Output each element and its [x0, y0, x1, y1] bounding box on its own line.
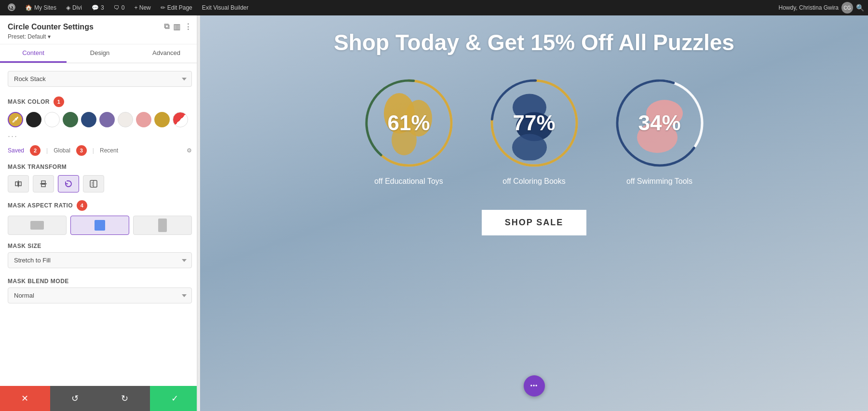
edit-page-button[interactable]: ✏ Edit Page [157, 0, 196, 15]
page-preview: Shop Today & Get 15% Off All Puzzles [200, 15, 868, 411]
panel-footer: ✕ ↺ ↻ ✓ [0, 386, 200, 411]
mask-transform-label: Mask Transform [8, 164, 67, 170]
mask-blend-dropdown[interactable]: NormalMultiplyScreenOverlay [8, 288, 192, 303]
panel-header: Circle Counter Settings ⧉ ▥ ⋮ Preset: De… [0, 15, 200, 44]
saved-badge: 2 [30, 145, 41, 156]
circle-percent-1: 61% [387, 111, 430, 135]
pending-count: 0 [122, 4, 125, 11]
panel-title-icons: ⧉ ▥ ⋮ [164, 22, 192, 31]
mirror-button[interactable] [83, 175, 104, 192]
my-sites-menu[interactable]: 🏠 My Sites [21, 0, 60, 15]
wp-icon [8, 3, 15, 13]
flip-v-button[interactable] [33, 175, 54, 192]
undo-button[interactable]: ↺ [50, 386, 100, 411]
color-swatch-navy[interactable] [81, 112, 96, 127]
aspect-tall-button[interactable] [133, 216, 192, 235]
cancel-icon: ✕ [21, 393, 28, 404]
search-icon[interactable]: 🔍 [856, 4, 864, 12]
mask-size-section: Mask Size [8, 243, 192, 249]
divi-menu[interactable]: ◈ Divi [62, 0, 86, 15]
cancel-button[interactable]: ✕ [0, 386, 50, 411]
divi-float-button[interactable]: ••• [524, 375, 545, 397]
preset-text: Preset: Default [8, 33, 46, 40]
circle-label-3: off Swimming Tools [626, 177, 692, 186]
howdy-text: Howdy, Christina Gwira [779, 4, 839, 11]
aspect-wide-button[interactable] [8, 216, 67, 235]
undo-icon: ↺ [71, 393, 79, 404]
comment-count: 3 [101, 4, 104, 11]
mask-size-dropdown[interactable]: Stretch to FillFitCustom [8, 252, 192, 268]
color-swatch-pink[interactable] [136, 112, 151, 127]
mask-blend-section: Mask Blend Mode [8, 278, 192, 285]
redo-icon: ↻ [121, 393, 128, 404]
color-settings-icon[interactable]: ⚙ [187, 147, 192, 154]
redo-button[interactable]: ↻ [100, 386, 150, 411]
divi-icon: ◈ [66, 4, 70, 11]
swatch-more-dots[interactable]: ··· [8, 131, 192, 141]
aspect-square-button[interactable] [70, 216, 129, 235]
flip-h-button[interactable] [8, 175, 29, 192]
user-menu[interactable]: Howdy, Christina Gwira CG 🔍 [779, 2, 864, 14]
panel-tabs: Content Design Advanced [0, 44, 200, 63]
color-swatch-green[interactable] [63, 112, 78, 127]
mask-aspect-badge: 4 [77, 200, 87, 211]
aspect-row [8, 216, 192, 235]
my-sites-label: My Sites [34, 4, 56, 11]
color-swatch-purple[interactable] [99, 112, 115, 127]
resize-handle[interactable] [197, 15, 200, 411]
new-label: + New [134, 4, 150, 11]
confirm-button[interactable]: ✓ [150, 386, 200, 411]
mask-color-badge: 1 [54, 96, 64, 107]
rotate-left-button[interactable] [58, 175, 79, 192]
color-tab-recent[interactable]: Recent [100, 147, 118, 154]
circle-container-2: 77% [486, 75, 583, 171]
mask-color-label: Mask Color [8, 98, 50, 105]
color-swatch-cream[interactable] [118, 112, 133, 127]
color-swatches [8, 112, 192, 127]
color-swatch-red[interactable] [173, 112, 188, 127]
mask-size-label: Mask Size [8, 243, 41, 249]
mask-color-section: Mask Color 1 [8, 96, 192, 107]
window-expand-icon[interactable]: ⧉ [164, 22, 169, 31]
divi-label: Divi [72, 4, 82, 11]
color-swatch-eyedropper[interactable] [8, 112, 23, 127]
global-badge: 3 [76, 145, 87, 156]
more-icon[interactable]: ⋮ [184, 22, 192, 31]
tab-content[interactable]: Content [0, 44, 67, 63]
divi-dots-icon: ••• [530, 383, 538, 389]
circle-label-1: off Educational Toys [374, 177, 443, 186]
bubble-icon: 💬 [92, 4, 99, 11]
mask-aspect-section: Mask Aspect Ratio 4 [8, 200, 192, 211]
wide-rect [30, 221, 44, 230]
color-tab-saved[interactable]: Saved [8, 147, 24, 154]
circle-percent-2: 77% [513, 111, 555, 135]
color-tab-global[interactable]: Global [54, 147, 70, 154]
circle-label-2: off Coloring Books [502, 177, 565, 186]
exit-builder-button[interactable]: Exit Visual Builder [198, 0, 253, 15]
pending-comments[interactable]: 🗨 0 [110, 0, 129, 15]
column-icon[interactable]: ▥ [173, 22, 180, 31]
tab-design[interactable]: Design [67, 44, 133, 63]
panel-title-text: Circle Counter Settings [8, 23, 94, 31]
pending-icon: 🗨 [114, 4, 120, 11]
wp-logo[interactable] [4, 0, 19, 15]
comments-menu[interactable]: 💬 3 [88, 0, 108, 15]
admin-bar: 🏠 My Sites ◈ Divi 💬 3 🗨 0 + New ✏ Edit P… [0, 0, 868, 15]
color-swatch-gold[interactable] [154, 112, 170, 127]
mask-aspect-label: Mask Aspect Ratio [8, 202, 73, 209]
house-icon: 🏠 [25, 4, 32, 11]
hero-title: Shop Today & Get 15% Off All Puzzles [334, 30, 734, 55]
tab-advanced[interactable]: Advanced [133, 44, 200, 63]
circle-item-2: 77% off Coloring Books [486, 75, 583, 186]
confirm-icon: ✓ [171, 393, 178, 404]
main-layout: Circle Counter Settings ⧉ ▥ ⋮ Preset: De… [0, 15, 868, 411]
edit-page-label: Edit Page [167, 4, 192, 11]
shop-sale-button[interactable]: SHOP SALE [482, 210, 587, 235]
mask-transform-section: Mask Transform [8, 164, 192, 170]
new-button[interactable]: + New [130, 0, 154, 15]
preset-selector[interactable]: Preset: Default ▾ [8, 33, 192, 40]
color-swatch-white[interactable] [44, 112, 60, 127]
style-dropdown[interactable]: Rock StackDefaultCustom [8, 71, 192, 87]
tall-rect [158, 219, 167, 232]
color-swatch-black[interactable] [26, 112, 41, 127]
